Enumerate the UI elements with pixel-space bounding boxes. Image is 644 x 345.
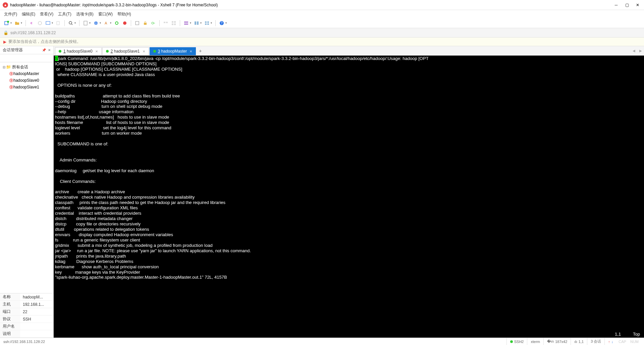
new-session-icon[interactable] [3,20,10,26]
addressbar[interactable]: 🔒 ssh://192.168.131.128:22 [0,28,644,38]
pin-icon[interactable]: 📌 [42,48,46,52]
svg-rect-20 [184,23,188,25]
app-icon [3,2,8,8]
close-panel-icon[interactable]: ✕ [48,48,51,52]
tile-icon[interactable] [162,20,169,26]
svg-rect-22 [197,21,199,25]
status-traffic: ↑↓ [604,338,616,345]
tab-close-icon[interactable]: ✕ [95,50,98,53]
session-properties: 名称hadoopM... 主机192.168.1... 端口22 协议SSH 用… [0,293,53,338]
session-icon: ⓢ [9,71,13,76]
svg-rect-21 [195,21,196,25]
prop-name: hadoopM... [20,293,53,301]
refresh-icon[interactable] [113,20,120,26]
svg-rect-13 [164,22,165,23]
svg-rect-11 [144,23,147,25]
dropdown-icon[interactable]: ▾ [225,21,227,24]
script-icon[interactable] [82,20,89,26]
svg-rect-25 [205,23,207,25]
status-sessions: 3 会话 [587,338,604,345]
open-session-icon[interactable] [14,20,20,26]
connected-icon [510,340,513,343]
tabbar: 1 hadoopSlave0 ✕ 2 hadoopSlave1 ✕ 3 hado… [54,46,644,56]
minimize-button[interactable]: ─ [614,3,619,7]
tipbar: ▶ 要添加当前会话，点击左侧的箭头按钮。 [0,38,644,46]
new-tab-button[interactable]: + [197,47,204,55]
globe-icon[interactable] [93,20,99,26]
status-dot-icon [106,50,109,53]
session-item[interactable]: ⓢ hadoopMaster [0,70,53,77]
terminal-status: 1,1 Top [615,332,640,337]
dropdown-icon[interactable]: ▾ [89,21,91,24]
key-icon[interactable] [150,20,157,26]
svg-point-2 [38,21,42,25]
status-ssh: SSH2 [506,338,527,345]
link-icon[interactable] [29,20,35,26]
dropdown-icon[interactable]: ▾ [10,21,12,24]
search-icon[interactable] [67,20,74,26]
help-icon[interactable]: ? [218,20,225,26]
status-dot-icon [153,50,156,53]
maximize-button[interactable]: ▢ [625,3,629,7]
copy-icon[interactable] [55,20,62,26]
dropdown-icon[interactable]: ▾ [211,21,212,24]
terminal-body: IONS] SUBCOMMAND [SUBCOMMAND OPTIONS] or… [55,61,251,280]
session-label: hadoopMaster [13,71,39,76]
close-button[interactable]: ✕ [635,3,640,7]
session-icon: ⓢ [9,78,13,83]
menu-file[interactable]: 文件(F) [4,11,17,17]
menu-tools[interactable]: 工具(T) [58,11,71,17]
collapse-icon[interactable]: ⊟ [2,65,6,69]
layout-grid-icon[interactable] [204,20,210,26]
dropdown-icon[interactable]: ▾ [21,21,22,24]
disconnect-icon[interactable] [37,20,43,26]
lock-icon[interactable] [142,20,149,26]
svg-rect-15 [172,21,173,23]
dropdown-icon[interactable]: ▾ [110,21,111,24]
svg-rect-10 [136,21,139,25]
svg-point-12 [152,22,154,24]
dropdown-icon[interactable]: ▾ [200,21,202,24]
svg-rect-18 [174,23,176,25]
lock-icon: 🔒 [3,30,8,35]
layout-h-icon[interactable] [183,20,190,26]
tab-hadoopmaster[interactable]: 3 hadoopMaster ✕ [150,47,196,55]
cursor-highlight: S [55,56,58,61]
tab-next-icon[interactable]: ▶ [637,49,644,53]
dropdown-icon[interactable]: ▾ [100,21,101,24]
stop-icon[interactable] [121,20,128,26]
transfer-icon[interactable] [45,20,51,26]
menu-tabs[interactable]: 选项卡(B) [76,11,94,17]
tree-root[interactable]: ⊟ 📁 所有会话 [0,64,53,70]
svg-rect-19 [184,21,188,23]
session-item[interactable]: ⓢ hadoopSlave1 [0,84,53,90]
menu-edit[interactable]: 编辑(E) [22,11,35,17]
grid-icon[interactable] [170,20,177,26]
terminal-line: park Command: /usr/lib/jvm/jdk1.8.0_202/… [58,56,429,61]
tab-hadoopslave1[interactable]: 2 hadoopSlave1 ✕ [102,47,149,55]
tab-prev-icon[interactable]: ◀ [631,49,637,53]
menu-window[interactable]: 窗口(W) [98,11,113,17]
svg-text:?: ? [221,21,223,25]
dropdown-icon[interactable]: ▾ [190,21,191,24]
session-search-input[interactable] [1,56,54,61]
tab-close-icon[interactable]: ✕ [143,50,145,53]
dropdown-icon[interactable]: ▾ [52,21,53,24]
svg-point-5 [69,21,72,24]
prop-host: 192.168.1... [20,301,53,308]
flag-icon: ▶ [3,40,6,44]
session-item[interactable]: ⓢ hadoopSlave0 [0,77,53,84]
tab-close-icon[interactable]: ✕ [190,50,192,53]
svg-rect-24 [207,21,209,23]
terminal[interactable]: Spark Command: /usr/lib/jvm/jdk1.8.0_202… [54,56,644,338]
fullscreen-icon[interactable] [134,20,141,26]
font-icon[interactable]: A [103,20,110,26]
tab-hadoopslave0[interactable]: 1 hadoopSlave0 ✕ [55,47,102,55]
sidebar-header: 会话管理器 📌 ✕ [0,46,53,54]
layout-v-icon[interactable] [193,20,200,26]
dropdown-icon[interactable]: ▾ [74,21,76,24]
svg-rect-6 [84,21,87,25]
menu-view[interactable]: 查看(V) [40,11,53,17]
menu-help[interactable]: 帮助(H) [117,11,131,17]
svg-rect-17 [172,23,173,25]
